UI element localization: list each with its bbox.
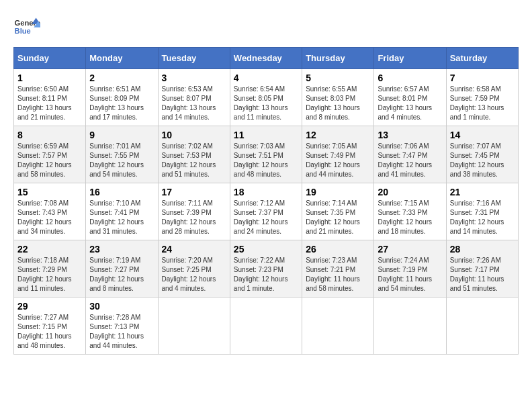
day-number: 9 (89, 130, 154, 140)
day-info: Sunrise: 7:06 AM Sunset: 7:47 PM Dayligh… (378, 142, 442, 179)
day-number: 20 (378, 187, 442, 197)
day-cell: 19 Sunrise: 7:14 AM Sunset: 7:35 PM Dayl… (302, 183, 374, 240)
day-info: Sunrise: 7:11 AM Sunset: 7:39 PM Dayligh… (162, 199, 226, 236)
day-info: Sunrise: 7:10 AM Sunset: 7:41 PM Dayligh… (89, 199, 154, 236)
day-number: 29 (17, 301, 82, 312)
day-number: 16 (89, 187, 154, 197)
day-info: Sunrise: 7:26 AM Sunset: 7:17 PM Dayligh… (450, 256, 515, 293)
day-number: 19 (306, 187, 370, 197)
day-number: 24 (162, 244, 226, 255)
day-number: 26 (306, 244, 370, 255)
day-number: 13 (378, 130, 442, 140)
day-cell: 12 Sunrise: 7:05 AM Sunset: 7:49 PM Dayl… (302, 126, 374, 183)
day-info: Sunrise: 7:01 AM Sunset: 7:55 PM Dayligh… (89, 142, 154, 179)
day-cell: 15 Sunrise: 7:08 AM Sunset: 7:43 PM Dayl… (14, 183, 86, 240)
weekday-header-thursday: Thursday (302, 48, 374, 69)
svg-text:Blue: Blue (15, 27, 31, 35)
day-number: 17 (162, 187, 226, 197)
day-number: 25 (234, 244, 298, 255)
day-cell: 2 Sunrise: 6:51 AM Sunset: 8:09 PM Dayli… (86, 69, 158, 126)
day-number: 4 (234, 73, 298, 83)
day-cell: 8 Sunrise: 6:59 AM Sunset: 7:57 PM Dayli… (14, 126, 86, 183)
day-cell: 23 Sunrise: 7:19 AM Sunset: 7:27 PM Dayl… (86, 240, 158, 298)
day-cell: 27 Sunrise: 7:24 AM Sunset: 7:19 PM Dayl… (374, 240, 446, 298)
weekday-header-row: SundayMondayTuesdayWednesdayThursdayFrid… (14, 48, 519, 69)
day-cell: 29 Sunrise: 7:27 AM Sunset: 7:15 PM Dayl… (14, 298, 86, 355)
day-info: Sunrise: 6:50 AM Sunset: 8:11 PM Dayligh… (17, 85, 82, 122)
day-number: 8 (17, 130, 82, 140)
day-info: Sunrise: 6:58 AM Sunset: 7:59 PM Dayligh… (450, 85, 515, 122)
day-info: Sunrise: 7:12 AM Sunset: 7:37 PM Dayligh… (234, 199, 298, 236)
logo: General Blue (13, 13, 44, 40)
week-row-2: 8 Sunrise: 6:59 AM Sunset: 7:57 PM Dayli… (14, 126, 519, 183)
day-number: 22 (17, 244, 82, 255)
day-cell: 4 Sunrise: 6:54 AM Sunset: 8:05 PM Dayli… (230, 69, 302, 126)
day-cell: 5 Sunrise: 6:55 AM Sunset: 8:03 PM Dayli… (302, 69, 374, 126)
day-info: Sunrise: 7:08 AM Sunset: 7:43 PM Dayligh… (17, 199, 82, 236)
day-info: Sunrise: 7:15 AM Sunset: 7:33 PM Dayligh… (378, 199, 442, 236)
day-number: 2 (89, 73, 154, 83)
weekday-header-sunday: Sunday (14, 48, 86, 69)
day-cell: 3 Sunrise: 6:53 AM Sunset: 8:07 PM Dayli… (158, 69, 230, 126)
day-cell: 30 Sunrise: 7:28 AM Sunset: 7:13 PM Dayl… (86, 298, 158, 355)
day-cell: 7 Sunrise: 6:58 AM Sunset: 7:59 PM Dayli… (446, 69, 518, 126)
day-number: 12 (306, 130, 370, 140)
day-info: Sunrise: 6:55 AM Sunset: 8:03 PM Dayligh… (306, 85, 370, 122)
day-cell: 22 Sunrise: 7:18 AM Sunset: 7:29 PM Dayl… (14, 240, 86, 298)
day-number: 23 (89, 244, 154, 255)
day-info: Sunrise: 6:57 AM Sunset: 8:01 PM Dayligh… (378, 85, 442, 122)
day-number: 18 (234, 187, 298, 197)
day-cell: 10 Sunrise: 7:02 AM Sunset: 7:53 PM Dayl… (158, 126, 230, 183)
day-cell (158, 298, 230, 355)
day-info: Sunrise: 7:20 AM Sunset: 7:25 PM Dayligh… (162, 256, 226, 293)
calendar-table: SundayMondayTuesdayWednesdayThursdayFrid… (13, 47, 519, 355)
day-cell (446, 298, 518, 355)
day-info: Sunrise: 7:23 AM Sunset: 7:21 PM Dayligh… (306, 256, 370, 293)
day-number: 7 (450, 73, 515, 83)
weekday-header-wednesday: Wednesday (230, 48, 302, 69)
day-number: 14 (450, 130, 515, 140)
day-cell: 17 Sunrise: 7:11 AM Sunset: 7:39 PM Dayl… (158, 183, 230, 240)
day-number: 1 (17, 73, 82, 83)
day-cell: 26 Sunrise: 7:23 AM Sunset: 7:21 PM Dayl… (302, 240, 374, 298)
day-cell: 9 Sunrise: 7:01 AM Sunset: 7:55 PM Dayli… (86, 126, 158, 183)
day-cell (302, 298, 374, 355)
week-row-5: 29 Sunrise: 7:27 AM Sunset: 7:15 PM Dayl… (14, 298, 519, 355)
day-number: 28 (450, 244, 515, 255)
day-cell: 14 Sunrise: 7:07 AM Sunset: 7:45 PM Dayl… (446, 126, 518, 183)
day-cell: 21 Sunrise: 7:16 AM Sunset: 7:31 PM Dayl… (446, 183, 518, 240)
week-row-4: 22 Sunrise: 7:18 AM Sunset: 7:29 PM Dayl… (14, 240, 519, 298)
weekday-header-saturday: Saturday (446, 48, 518, 69)
weekday-header-tuesday: Tuesday (158, 48, 230, 69)
day-info: Sunrise: 7:02 AM Sunset: 7:53 PM Dayligh… (162, 142, 226, 179)
week-row-3: 15 Sunrise: 7:08 AM Sunset: 7:43 PM Dayl… (14, 183, 519, 240)
day-info: Sunrise: 7:28 AM Sunset: 7:13 PM Dayligh… (89, 313, 154, 351)
day-number: 3 (162, 73, 226, 83)
day-number: 10 (162, 130, 226, 140)
day-info: Sunrise: 7:24 AM Sunset: 7:19 PM Dayligh… (378, 256, 442, 293)
day-number: 6 (378, 73, 442, 83)
day-info: Sunrise: 7:05 AM Sunset: 7:49 PM Dayligh… (306, 142, 370, 179)
week-row-1: 1 Sunrise: 6:50 AM Sunset: 8:11 PM Dayli… (14, 69, 519, 126)
day-info: Sunrise: 6:59 AM Sunset: 7:57 PM Dayligh… (17, 142, 82, 179)
day-number: 15 (17, 187, 82, 197)
day-cell: 24 Sunrise: 7:20 AM Sunset: 7:25 PM Dayl… (158, 240, 230, 298)
day-info: Sunrise: 7:27 AM Sunset: 7:15 PM Dayligh… (17, 313, 82, 351)
day-cell: 11 Sunrise: 7:03 AM Sunset: 7:51 PM Dayl… (230, 126, 302, 183)
day-number: 21 (450, 187, 515, 197)
day-info: Sunrise: 6:54 AM Sunset: 8:05 PM Dayligh… (234, 85, 298, 122)
day-info: Sunrise: 7:18 AM Sunset: 7:29 PM Dayligh… (17, 256, 82, 293)
day-info: Sunrise: 7:19 AM Sunset: 7:27 PM Dayligh… (89, 256, 154, 293)
day-cell: 28 Sunrise: 7:26 AM Sunset: 7:17 PM Dayl… (446, 240, 518, 298)
day-info: Sunrise: 6:53 AM Sunset: 8:07 PM Dayligh… (162, 85, 226, 122)
day-cell: 25 Sunrise: 7:22 AM Sunset: 7:23 PM Dayl… (230, 240, 302, 298)
day-info: Sunrise: 7:22 AM Sunset: 7:23 PM Dayligh… (234, 256, 298, 293)
day-info: Sunrise: 7:14 AM Sunset: 7:35 PM Dayligh… (306, 199, 370, 236)
day-info: Sunrise: 7:07 AM Sunset: 7:45 PM Dayligh… (450, 142, 515, 179)
day-cell: 13 Sunrise: 7:06 AM Sunset: 7:47 PM Dayl… (374, 126, 446, 183)
day-cell: 16 Sunrise: 7:10 AM Sunset: 7:41 PM Dayl… (86, 183, 158, 240)
day-info: Sunrise: 6:51 AM Sunset: 8:09 PM Dayligh… (89, 85, 154, 122)
day-info: Sunrise: 7:16 AM Sunset: 7:31 PM Dayligh… (450, 199, 515, 236)
day-cell: 20 Sunrise: 7:15 AM Sunset: 7:33 PM Dayl… (374, 183, 446, 240)
day-cell (230, 298, 302, 355)
